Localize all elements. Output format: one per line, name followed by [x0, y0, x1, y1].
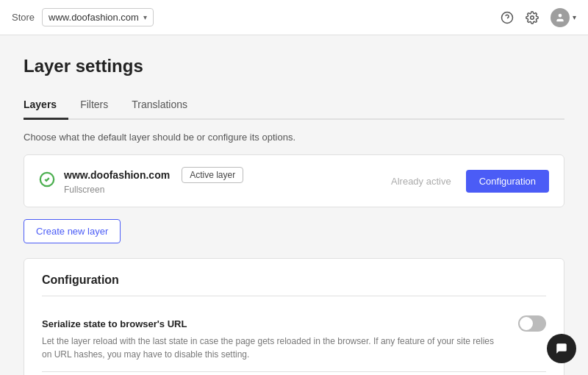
main-content: Layer settings Layers Filters Translatio… [0, 35, 588, 375]
user-chevron-icon: ▾ [573, 13, 576, 21]
layer-card-actions: Already active Configuration [391, 170, 549, 193]
layer-info: www.doofashion.com Active layer Fullscre… [64, 167, 382, 195]
store-url: www.doofashion.com [49, 12, 139, 23]
toggle-thumb [520, 317, 533, 330]
config-item-serialize-title: Serialize state to browser's URL [42, 315, 546, 332]
config-item-serialize-desc: Let the layer reload with the last state… [42, 335, 498, 361]
serialize-toggle[interactable] [518, 315, 546, 332]
check-circle-icon [39, 171, 55, 191]
layer-type: Fullscreen [64, 185, 382, 195]
tab-translations[interactable]: Translations [120, 91, 199, 120]
svg-point-2 [531, 15, 534, 19]
tab-description: Choose what the default layer should be … [24, 132, 564, 143]
already-active-text: Already active [391, 176, 451, 187]
layer-card: www.doofashion.com Active layer Fullscre… [24, 154, 564, 207]
avatar [551, 8, 570, 27]
svg-point-3 [559, 13, 562, 17]
tab-filters[interactable]: Filters [68, 91, 120, 120]
config-section: Configuration Serialize state to browser… [24, 258, 564, 375]
top-nav: Store www.doofashion.com ▾ [0, 0, 588, 35]
store-selector[interactable]: www.doofashion.com ▾ [42, 8, 154, 26]
config-section-title: Configuration [42, 274, 546, 296]
chevron-down-icon: ▾ [143, 13, 147, 21]
user-menu[interactable]: ▾ [551, 8, 576, 27]
configuration-button[interactable]: Configuration [466, 170, 549, 193]
store-label: Store [12, 12, 35, 23]
tabs: Layers Filters Translations [24, 91, 564, 120]
create-layer-button[interactable]: Create new layer [24, 219, 121, 243]
nav-left: Store www.doofashion.com ▾ [12, 8, 154, 26]
layer-url: www.doofashion.com [64, 169, 170, 181]
active-layer-badge: Active layer [182, 167, 243, 183]
tab-layers[interactable]: Layers [24, 91, 68, 120]
page-title: Layer settings [24, 56, 564, 76]
config-item-serialize: Serialize state to browser's URL Let the… [42, 308, 546, 368]
config-divider [42, 371, 546, 372]
help-icon[interactable] [501, 11, 514, 24]
nav-right: ▾ [501, 8, 576, 27]
chat-widget[interactable] [547, 334, 576, 363]
settings-icon[interactable] [526, 11, 539, 24]
